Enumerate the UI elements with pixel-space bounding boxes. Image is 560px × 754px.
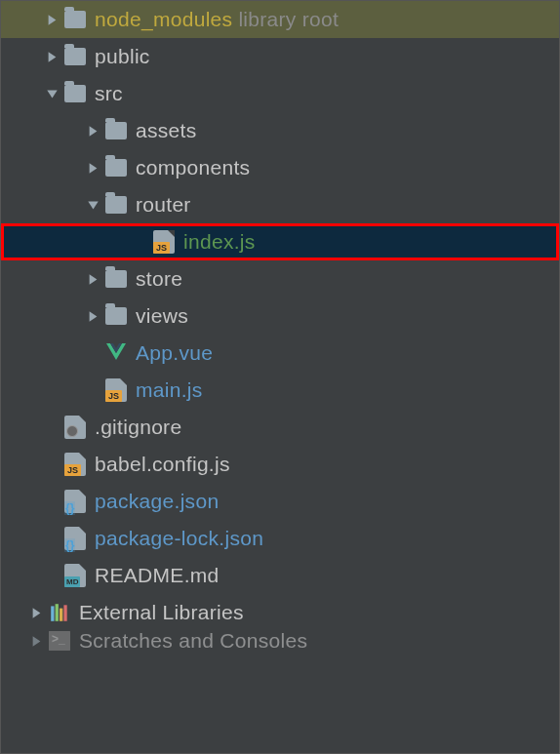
js-file-icon <box>102 378 130 402</box>
tree-item-assets[interactable]: assets <box>1 112 559 149</box>
scratches-icon <box>46 631 73 651</box>
tree-item-readme[interactable]: README.md <box>1 557 559 594</box>
js-file-icon <box>61 453 89 476</box>
tree-item-label: babel.config.js <box>95 453 230 476</box>
chevron-right-icon[interactable] <box>83 273 102 286</box>
tree-item-src[interactable]: src <box>1 75 559 112</box>
svg-rect-2 <box>60 609 62 621</box>
chevron-right-icon[interactable] <box>83 125 102 138</box>
svg-rect-0 <box>51 606 54 620</box>
tree-item-label: node_modules <box>95 8 232 31</box>
folder-icon <box>61 11 89 28</box>
tree-item-label: External Libraries <box>79 601 244 624</box>
chevron-right-icon[interactable] <box>26 607 46 619</box>
tree-item-label: components <box>136 156 250 179</box>
tree-item-package-json[interactable]: package.json <box>1 483 559 520</box>
chevron-right-icon[interactable] <box>26 635 46 648</box>
js-file-icon <box>150 230 178 254</box>
project-tree: node_modules library root public src ass… <box>1 1 559 651</box>
tree-item-label: public <box>95 45 150 68</box>
tree-item-babel-config[interactable]: babel.config.js <box>1 446 559 483</box>
tree-item-external-libraries[interactable]: External Libraries <box>1 594 559 631</box>
tree-item-label: src <box>95 82 123 105</box>
tree-item-index-js[interactable]: index.js <box>1 223 559 260</box>
tree-item-label: Scratches and Consoles <box>79 631 307 651</box>
tree-item-label: App.vue <box>136 341 213 365</box>
tree-item-scratches[interactable]: Scratches and Consoles <box>1 631 559 651</box>
svg-rect-3 <box>63 605 66 621</box>
chevron-right-icon[interactable] <box>42 51 61 63</box>
tree-item-label: package-lock.json <box>95 527 263 550</box>
tree-item-public[interactable]: public <box>1 38 559 75</box>
folder-icon <box>102 159 130 177</box>
tree-item-gitignore[interactable]: .gitignore <box>1 409 559 446</box>
json-file-icon <box>61 490 89 513</box>
folder-icon <box>61 48 89 65</box>
tree-item-label: assets <box>136 119 197 142</box>
tree-item-label: README.md <box>95 564 220 587</box>
tree-item-components[interactable]: components <box>1 149 559 186</box>
chevron-down-icon[interactable] <box>83 199 102 212</box>
tree-item-label: router <box>136 193 191 217</box>
gitignore-file-icon <box>61 416 89 439</box>
svg-rect-1 <box>56 604 59 621</box>
tree-item-suffix: library root <box>238 8 339 31</box>
chevron-right-icon[interactable] <box>83 162 102 175</box>
library-icon <box>46 602 73 623</box>
chevron-right-icon[interactable] <box>42 14 61 26</box>
tree-item-node-modules[interactable]: node_modules library root <box>1 1 559 38</box>
json-file-icon <box>61 527 89 550</box>
folder-icon <box>61 85 89 102</box>
tree-item-app-vue[interactable]: App.vue <box>1 335 559 372</box>
folder-icon <box>102 270 130 288</box>
chevron-down-icon[interactable] <box>42 88 61 100</box>
tree-item-router[interactable]: router <box>1 186 559 223</box>
folder-icon <box>102 122 130 139</box>
tree-item-package-lock[interactable]: package-lock.json <box>1 520 559 557</box>
tree-item-label: .gitignore <box>95 416 181 439</box>
tree-item-main-js[interactable]: main.js <box>1 372 559 409</box>
folder-icon <box>102 196 130 214</box>
tree-item-views[interactable]: views <box>1 298 559 335</box>
tree-item-label: index.js <box>183 230 256 254</box>
folder-icon <box>102 307 130 325</box>
tree-item-label: main.js <box>136 378 203 402</box>
chevron-right-icon[interactable] <box>83 310 102 323</box>
tree-item-label: package.json <box>95 490 219 513</box>
tree-item-store[interactable]: store <box>1 260 559 298</box>
vue-file-icon <box>102 342 130 364</box>
tree-item-label: views <box>136 304 188 328</box>
tree-item-label: store <box>136 267 182 291</box>
markdown-file-icon <box>61 564 89 587</box>
